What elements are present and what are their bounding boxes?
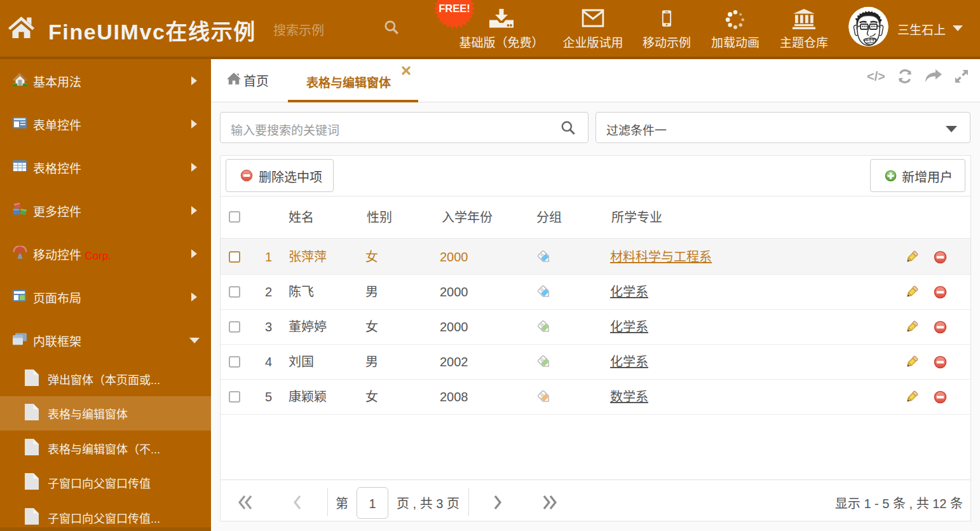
svg-text:</>: </>: [867, 69, 885, 83]
svg-text:FREE!: FREE!: [439, 3, 470, 14]
